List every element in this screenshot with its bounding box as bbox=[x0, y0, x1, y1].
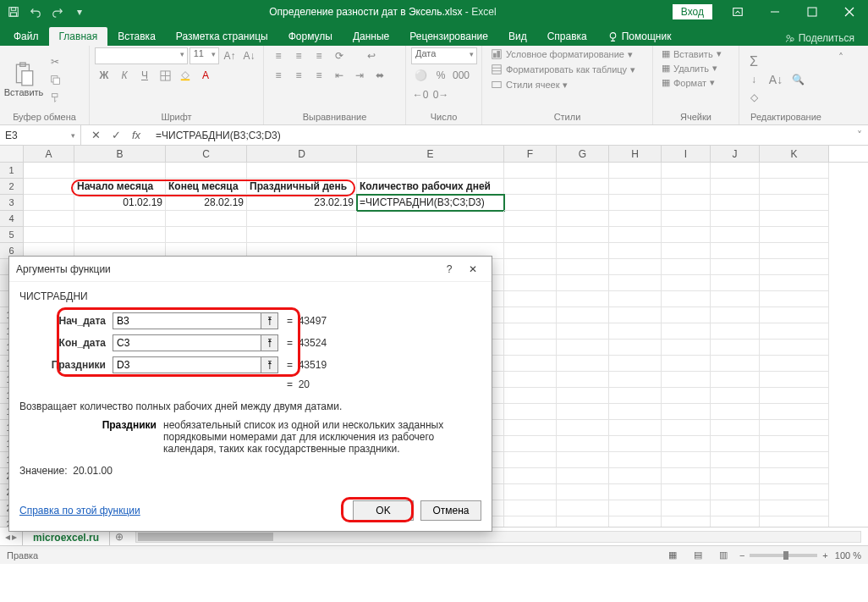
font-name-select[interactable] bbox=[95, 47, 188, 64]
clear-icon[interactable]: ◇ bbox=[744, 89, 763, 106]
undo-icon[interactable] bbox=[25, 3, 46, 21]
tab-data[interactable]: Данные bbox=[343, 27, 399, 46]
format-painter-icon[interactable] bbox=[46, 89, 64, 106]
redo-icon[interactable] bbox=[47, 3, 68, 21]
cell[interactable] bbox=[609, 211, 662, 227]
cell[interactable] bbox=[609, 291, 662, 307]
cell[interactable] bbox=[760, 420, 829, 436]
cell[interactable] bbox=[557, 211, 609, 227]
cell[interactable] bbox=[711, 516, 760, 527]
cell[interactable] bbox=[166, 163, 247, 179]
cell[interactable] bbox=[662, 500, 711, 516]
cell[interactable] bbox=[711, 163, 760, 179]
cell[interactable] bbox=[662, 340, 711, 356]
cell[interactable] bbox=[24, 195, 74, 211]
autosum-icon[interactable]: Σ bbox=[744, 53, 763, 70]
cell[interactable] bbox=[711, 452, 760, 468]
fill-color-icon[interactable] bbox=[176, 67, 195, 84]
cell[interactable] bbox=[711, 388, 760, 404]
cell[interactable] bbox=[760, 243, 829, 259]
cell[interactable] bbox=[557, 291, 609, 307]
cell[interactable] bbox=[609, 275, 662, 291]
cell[interactable] bbox=[609, 468, 662, 484]
range-picker-icon[interactable]: ⭱ bbox=[261, 334, 278, 351]
cell[interactable] bbox=[662, 484, 711, 500]
cell[interactable] bbox=[760, 195, 829, 211]
cell[interactable] bbox=[609, 227, 662, 243]
cell[interactable] bbox=[504, 468, 557, 484]
cell[interactable] bbox=[504, 227, 557, 243]
cell[interactable] bbox=[247, 163, 357, 179]
cell[interactable] bbox=[504, 404, 557, 420]
cell[interactable] bbox=[760, 484, 829, 500]
borders-icon[interactable] bbox=[156, 67, 174, 84]
font-size-select[interactable]: 11 bbox=[190, 47, 219, 64]
cell[interactable] bbox=[662, 307, 711, 323]
qat-customize-icon[interactable]: ▾ bbox=[69, 3, 90, 21]
normal-view-icon[interactable]: ▦ bbox=[663, 548, 682, 563]
cell[interactable] bbox=[662, 259, 711, 275]
insert-function-icon[interactable]: fx bbox=[127, 127, 146, 144]
tab-insert[interactable]: Вставка bbox=[107, 27, 166, 46]
collapse-ribbon-icon[interactable]: ˄ bbox=[832, 49, 849, 66]
cell[interactable] bbox=[609, 163, 662, 179]
cell[interactable] bbox=[609, 372, 662, 388]
name-box[interactable]: E3▾ bbox=[0, 125, 81, 145]
format-as-table-button[interactable]: Форматировать как таблицу ▾ bbox=[487, 63, 647, 76]
comma-icon[interactable]: 000 bbox=[452, 67, 470, 84]
cell[interactable] bbox=[504, 484, 557, 500]
cell[interactable] bbox=[711, 275, 760, 291]
help-link[interactable]: Справка по этой функции bbox=[19, 505, 140, 516]
tab-view[interactable]: Вид bbox=[498, 27, 537, 46]
cell[interactable] bbox=[609, 179, 662, 195]
arg-input-end-date[interactable] bbox=[113, 334, 261, 351]
zoom-out-icon[interactable]: − bbox=[739, 550, 744, 561]
page-layout-view-icon[interactable]: ▤ bbox=[689, 548, 707, 563]
cell[interactable] bbox=[662, 420, 711, 436]
cell[interactable] bbox=[711, 195, 760, 211]
find-select-icon[interactable]: 🔍 bbox=[788, 71, 807, 88]
ribbon-options-icon[interactable] bbox=[719, 0, 756, 24]
cell[interactable] bbox=[504, 307, 557, 323]
column-header[interactable]: E bbox=[357, 146, 504, 162]
column-header[interactable]: D bbox=[247, 146, 357, 162]
cell[interactable] bbox=[609, 452, 662, 468]
expand-formula-bar-icon[interactable]: ˅ bbox=[851, 130, 868, 141]
decrease-font-icon[interactable]: A↓ bbox=[240, 47, 258, 64]
cell[interactable] bbox=[760, 323, 829, 340]
align-bottom-icon[interactable]: ≡ bbox=[310, 47, 328, 64]
cell[interactable] bbox=[357, 227, 504, 243]
align-middle-icon[interactable]: ≡ bbox=[289, 47, 308, 64]
column-header[interactable]: I bbox=[662, 146, 711, 162]
cell[interactable]: Начало месяца bbox=[74, 179, 166, 195]
increase-decimal-icon[interactable]: ←0 bbox=[411, 86, 430, 103]
cell[interactable] bbox=[504, 323, 557, 340]
cell[interactable] bbox=[662, 211, 711, 227]
cell[interactable] bbox=[557, 436, 609, 452]
cell[interactable] bbox=[557, 420, 609, 436]
zoom-in-icon[interactable]: + bbox=[822, 550, 827, 561]
cell[interactable] bbox=[557, 307, 609, 323]
cell[interactable] bbox=[711, 484, 760, 500]
cell[interactable] bbox=[609, 340, 662, 356]
cell[interactable] bbox=[557, 323, 609, 340]
cell[interactable] bbox=[504, 195, 557, 211]
cell[interactable] bbox=[711, 243, 760, 259]
increase-font-icon[interactable]: A↑ bbox=[221, 47, 239, 64]
cell[interactable] bbox=[760, 340, 829, 356]
insert-cells-button[interactable]: ▦ Вставить ▾ bbox=[658, 47, 733, 60]
cell[interactable] bbox=[662, 404, 711, 420]
column-header[interactable]: F bbox=[504, 146, 557, 162]
cell[interactable] bbox=[24, 227, 74, 243]
currency-icon[interactable]: ⚪ bbox=[411, 67, 430, 84]
copy-icon[interactable] bbox=[46, 71, 64, 88]
range-picker-icon[interactable]: ⭱ bbox=[261, 312, 278, 329]
cell[interactable] bbox=[760, 452, 829, 468]
paste-button[interactable]: Вставить bbox=[5, 52, 42, 108]
formula-input[interactable]: =ЧИСТРАБДНИ(B3;C3;D3) bbox=[151, 130, 851, 141]
cell[interactable] bbox=[557, 404, 609, 420]
cell[interactable] bbox=[557, 516, 609, 527]
cell[interactable] bbox=[711, 291, 760, 307]
cell[interactable] bbox=[760, 211, 829, 227]
cell[interactable] bbox=[662, 516, 711, 527]
